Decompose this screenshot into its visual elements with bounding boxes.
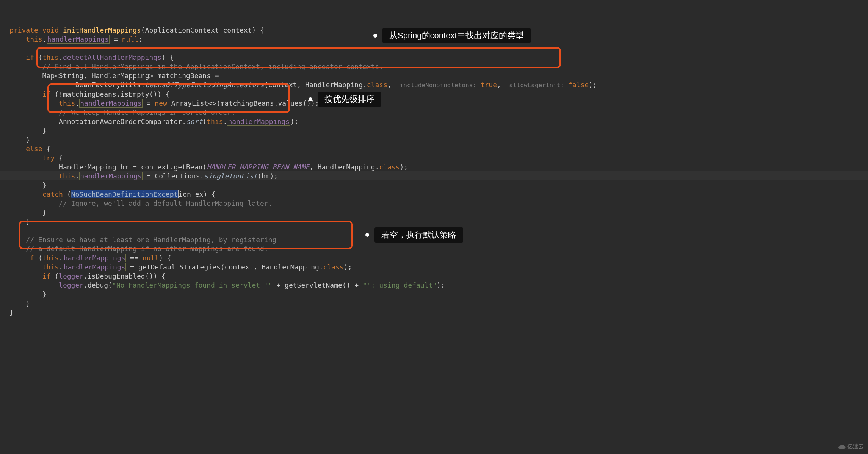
annotation-label-3: 若空，执行默认策略 [374, 227, 463, 243]
annotation-label-2: 按优先级排序 [318, 92, 381, 107]
code-block: private void initHandlerMappings(Applica… [9, 26, 868, 317]
code-editor[interactable]: private void initHandlerMappings(Applica… [0, 0, 868, 326]
annotation-label-1: 从Spring的context中找出对应的类型 [382, 28, 531, 43]
watermark: 亿速云 [838, 442, 864, 451]
cloud-icon [838, 444, 846, 449]
